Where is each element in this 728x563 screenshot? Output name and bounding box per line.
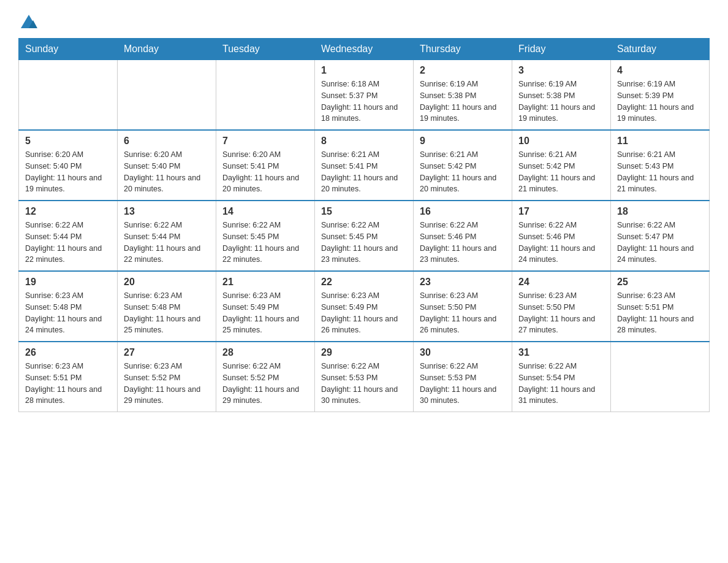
- day-info: Sunrise: 6:23 AMSunset: 5:48 PMDaylight:…: [25, 290, 111, 336]
- day-number: 1: [321, 65, 407, 76]
- day-info: Sunrise: 6:19 AMSunset: 5:39 PMDaylight:…: [617, 79, 703, 124]
- week-row-4: 19Sunrise: 6:23 AMSunset: 5:48 PMDayligh…: [19, 271, 710, 342]
- day-number: 31: [518, 347, 604, 358]
- day-info: Sunrise: 6:22 AMSunset: 5:44 PMDaylight:…: [124, 220, 210, 266]
- day-number: 27: [124, 347, 210, 358]
- day-number: 17: [518, 206, 604, 217]
- day-number: 3: [518, 65, 604, 76]
- day-number: 20: [124, 277, 210, 288]
- day-number: 2: [420, 65, 506, 76]
- page-header: [18, 12, 710, 26]
- day-info: Sunrise: 6:22 AMSunset: 5:53 PMDaylight:…: [420, 361, 506, 407]
- day-info: Sunrise: 6:22 AMSunset: 5:52 PMDaylight:…: [222, 361, 308, 407]
- week-row-3: 12Sunrise: 6:22 AMSunset: 5:44 PMDayligh…: [19, 201, 710, 271]
- calendar-cell: 31Sunrise: 6:22 AMSunset: 5:54 PMDayligh…: [512, 342, 611, 412]
- calendar-cell: [216, 60, 315, 131]
- calendar-cell: 7Sunrise: 6:20 AMSunset: 5:41 PMDaylight…: [216, 130, 315, 201]
- calendar-cell: 22Sunrise: 6:23 AMSunset: 5:49 PMDayligh…: [315, 271, 414, 342]
- day-info: Sunrise: 6:23 AMSunset: 5:49 PMDaylight:…: [222, 290, 308, 336]
- day-info: Sunrise: 6:21 AMSunset: 5:42 PMDaylight:…: [420, 149, 506, 195]
- day-number: 6: [124, 136, 210, 147]
- logo: [18, 12, 39, 26]
- day-info: Sunrise: 6:21 AMSunset: 5:41 PMDaylight:…: [321, 149, 407, 195]
- day-info: Sunrise: 6:19 AMSunset: 5:38 PMDaylight:…: [420, 79, 506, 124]
- calendar-cell: 4Sunrise: 6:19 AMSunset: 5:39 PMDaylight…: [611, 60, 710, 131]
- day-number: 22: [321, 277, 407, 288]
- day-number: 4: [617, 65, 703, 76]
- day-number: 29: [321, 347, 407, 358]
- day-number: 18: [617, 206, 703, 217]
- day-info: Sunrise: 6:23 AMSunset: 5:49 PMDaylight:…: [321, 290, 407, 336]
- calendar-cell: 29Sunrise: 6:22 AMSunset: 5:53 PMDayligh…: [315, 342, 414, 412]
- calendar-cell: 26Sunrise: 6:23 AMSunset: 5:51 PMDayligh…: [19, 342, 118, 412]
- day-number: 14: [222, 206, 308, 217]
- calendar-cell: 28Sunrise: 6:22 AMSunset: 5:52 PMDayligh…: [216, 342, 315, 412]
- week-row-5: 26Sunrise: 6:23 AMSunset: 5:51 PMDayligh…: [19, 342, 710, 412]
- day-header-wednesday: Wednesday: [315, 39, 414, 60]
- calendar-cell: [118, 60, 216, 131]
- calendar-cell: 20Sunrise: 6:23 AMSunset: 5:48 PMDayligh…: [118, 271, 216, 342]
- calendar-cell: 27Sunrise: 6:23 AMSunset: 5:52 PMDayligh…: [118, 342, 216, 412]
- day-header-sunday: Sunday: [19, 39, 118, 60]
- calendar-cell: 19Sunrise: 6:23 AMSunset: 5:48 PMDayligh…: [19, 271, 118, 342]
- calendar-cell: 25Sunrise: 6:23 AMSunset: 5:51 PMDayligh…: [611, 271, 710, 342]
- day-info: Sunrise: 6:22 AMSunset: 5:54 PMDaylight:…: [518, 361, 604, 407]
- day-info: Sunrise: 6:20 AMSunset: 5:40 PMDaylight:…: [25, 149, 111, 195]
- calendar-cell: 14Sunrise: 6:22 AMSunset: 5:45 PMDayligh…: [216, 201, 315, 271]
- day-header-monday: Monday: [118, 39, 216, 60]
- calendar-cell: 18Sunrise: 6:22 AMSunset: 5:47 PMDayligh…: [611, 201, 710, 271]
- day-number: 25: [617, 277, 703, 288]
- calendar-cell: 13Sunrise: 6:22 AMSunset: 5:44 PMDayligh…: [118, 201, 216, 271]
- day-info: Sunrise: 6:23 AMSunset: 5:51 PMDaylight:…: [25, 361, 111, 407]
- calendar-cell: 6Sunrise: 6:20 AMSunset: 5:40 PMDaylight…: [118, 130, 216, 201]
- day-number: 9: [420, 136, 506, 147]
- day-info: Sunrise: 6:22 AMSunset: 5:53 PMDaylight:…: [321, 361, 407, 407]
- day-info: Sunrise: 6:22 AMSunset: 5:46 PMDaylight:…: [420, 220, 506, 266]
- day-info: Sunrise: 6:19 AMSunset: 5:38 PMDaylight:…: [518, 79, 604, 124]
- day-info: Sunrise: 6:20 AMSunset: 5:41 PMDaylight:…: [222, 149, 308, 195]
- calendar-cell: 8Sunrise: 6:21 AMSunset: 5:41 PMDaylight…: [315, 130, 414, 201]
- calendar-cell: 30Sunrise: 6:22 AMSunset: 5:53 PMDayligh…: [414, 342, 512, 412]
- day-number: 15: [321, 206, 407, 217]
- day-info: Sunrise: 6:22 AMSunset: 5:44 PMDaylight:…: [25, 220, 111, 266]
- calendar-cell: 1Sunrise: 6:18 AMSunset: 5:37 PMDaylight…: [315, 60, 414, 131]
- calendar-cell: 16Sunrise: 6:22 AMSunset: 5:46 PMDayligh…: [414, 201, 512, 271]
- day-info: Sunrise: 6:22 AMSunset: 5:47 PMDaylight:…: [617, 220, 703, 266]
- day-number: 23: [420, 277, 506, 288]
- week-row-1: 1Sunrise: 6:18 AMSunset: 5:37 PMDaylight…: [19, 60, 710, 131]
- day-info: Sunrise: 6:22 AMSunset: 5:45 PMDaylight:…: [222, 220, 308, 266]
- day-number: 16: [420, 206, 506, 217]
- calendar-cell: 15Sunrise: 6:22 AMSunset: 5:45 PMDayligh…: [315, 201, 414, 271]
- week-row-2: 5Sunrise: 6:20 AMSunset: 5:40 PMDaylight…: [19, 130, 710, 201]
- day-number: 13: [124, 206, 210, 217]
- calendar-cell: 23Sunrise: 6:23 AMSunset: 5:50 PMDayligh…: [414, 271, 512, 342]
- day-info: Sunrise: 6:22 AMSunset: 5:45 PMDaylight:…: [321, 220, 407, 266]
- day-number: 11: [617, 136, 703, 147]
- day-info: Sunrise: 6:23 AMSunset: 5:52 PMDaylight:…: [124, 361, 210, 407]
- calendar-cell: 5Sunrise: 6:20 AMSunset: 5:40 PMDaylight…: [19, 130, 118, 201]
- day-info: Sunrise: 6:22 AMSunset: 5:46 PMDaylight:…: [518, 220, 604, 266]
- calendar-cell: 12Sunrise: 6:22 AMSunset: 5:44 PMDayligh…: [19, 201, 118, 271]
- day-info: Sunrise: 6:21 AMSunset: 5:42 PMDaylight:…: [518, 149, 604, 195]
- calendar-cell: [19, 60, 118, 131]
- day-number: 5: [25, 136, 111, 147]
- day-number: 21: [222, 277, 308, 288]
- day-info: Sunrise: 6:23 AMSunset: 5:51 PMDaylight:…: [617, 290, 703, 336]
- day-number: 8: [321, 136, 407, 147]
- day-info: Sunrise: 6:23 AMSunset: 5:48 PMDaylight:…: [124, 290, 210, 336]
- logo-icon: [20, 12, 38, 31]
- day-info: Sunrise: 6:21 AMSunset: 5:43 PMDaylight:…: [617, 149, 703, 195]
- calendar-cell: 17Sunrise: 6:22 AMSunset: 5:46 PMDayligh…: [512, 201, 611, 271]
- day-info: Sunrise: 6:18 AMSunset: 5:37 PMDaylight:…: [321, 79, 407, 124]
- calendar-cell: 10Sunrise: 6:21 AMSunset: 5:42 PMDayligh…: [512, 130, 611, 201]
- day-info: Sunrise: 6:20 AMSunset: 5:40 PMDaylight:…: [124, 149, 210, 195]
- day-number: 19: [25, 277, 111, 288]
- calendar-table: SundayMondayTuesdayWednesdayThursdayFrid…: [18, 38, 710, 412]
- day-header-friday: Friday: [512, 39, 611, 60]
- day-number: 7: [222, 136, 308, 147]
- day-number: 26: [25, 347, 111, 358]
- day-number: 30: [420, 347, 506, 358]
- day-info: Sunrise: 6:23 AMSunset: 5:50 PMDaylight:…: [518, 290, 604, 336]
- calendar-cell: 11Sunrise: 6:21 AMSunset: 5:43 PMDayligh…: [611, 130, 710, 201]
- header-row: SundayMondayTuesdayWednesdayThursdayFrid…: [19, 39, 710, 60]
